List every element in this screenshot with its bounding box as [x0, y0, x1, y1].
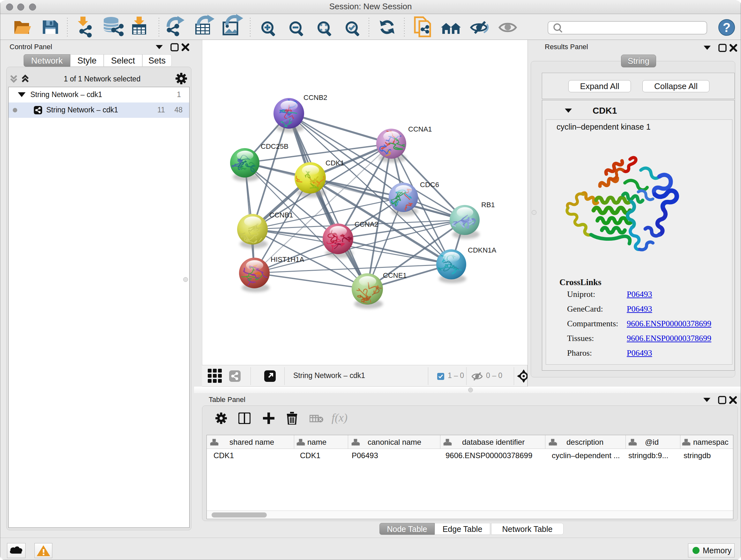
svg-text:canonical name: canonical name — [367, 438, 421, 446]
svg-text:CCNB1: CCNB1 — [269, 211, 293, 219]
svg-text:CCNA2: CCNA2 — [354, 220, 379, 228]
svg-text:CCNA1: CCNA1 — [408, 125, 432, 133]
svg-text:CDK1: CDK1 — [326, 159, 344, 167]
svg-text:shared name: shared name — [229, 438, 274, 446]
svg-text:CDC6: CDC6 — [420, 181, 439, 189]
svg-text:RB1: RB1 — [481, 201, 495, 209]
svg-text:CCNB2: CCNB2 — [304, 94, 327, 102]
svg-text:CDKN1A: CDKN1A — [468, 246, 496, 254]
svg-text:description: description — [566, 438, 603, 446]
svg-text:name: name — [307, 438, 327, 446]
svg-text:namespac: namespac — [693, 438, 729, 446]
svg-text:HIST1H1A: HIST1H1A — [271, 255, 304, 263]
svg-text:database identifier: database identifier — [462, 438, 525, 446]
svg-text:CDC25B: CDC25B — [261, 142, 288, 150]
svg-text:?: ? — [723, 20, 731, 35]
svg-text:@id: @id — [645, 438, 659, 446]
svg-text:CCNE1: CCNE1 — [383, 271, 407, 279]
